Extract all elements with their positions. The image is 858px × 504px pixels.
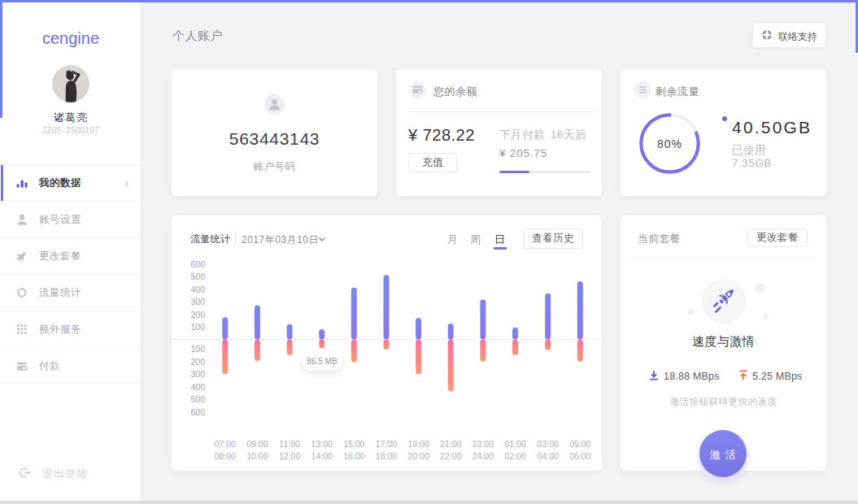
svg-text:06:00: 06:00 xyxy=(569,451,590,461)
svg-text:20:00: 20:00 xyxy=(407,451,429,461)
svg-text:22:00: 22:00 xyxy=(440,451,461,461)
svg-text:100: 100 xyxy=(190,322,205,332)
svg-text:10:00: 10:00 xyxy=(246,451,268,461)
svg-text:19:00: 19:00 xyxy=(407,439,429,449)
svg-text:500: 500 xyxy=(190,272,205,281)
svg-text:24:00: 24:00 xyxy=(473,451,494,461)
svg-text:01:00: 01:00 xyxy=(504,439,525,449)
svg-text:08:00: 08:00 xyxy=(215,451,236,461)
svg-text:02:00: 02:00 xyxy=(504,451,525,461)
svg-text:300: 300 xyxy=(190,297,205,306)
svg-text:100: 100 xyxy=(190,344,205,354)
svg-text:400: 400 xyxy=(190,382,205,392)
svg-text:200: 200 xyxy=(190,357,205,367)
svg-text:12:00: 12:00 xyxy=(279,451,300,461)
svg-text:13:00: 13:00 xyxy=(311,439,333,449)
svg-text:21:00: 21:00 xyxy=(440,439,461,449)
svg-text:03:00: 03:00 xyxy=(538,439,559,449)
svg-text:11:00: 11:00 xyxy=(279,439,300,449)
svg-text:500: 500 xyxy=(190,394,205,404)
svg-text:05:00: 05:00 xyxy=(569,439,590,449)
svg-text:04:00: 04:00 xyxy=(538,451,559,461)
svg-text:600: 600 xyxy=(190,407,205,417)
svg-text:600: 600 xyxy=(190,259,205,269)
svg-text:16:00: 16:00 xyxy=(343,451,364,461)
svg-text:07:00: 07:00 xyxy=(215,439,236,449)
svg-text:200: 200 xyxy=(190,310,205,319)
svg-text:400: 400 xyxy=(190,285,205,294)
svg-text:300: 300 xyxy=(190,369,205,379)
svg-text:18:00: 18:00 xyxy=(376,451,397,461)
svg-text:09:00: 09:00 xyxy=(246,439,268,449)
svg-text:15:00: 15:00 xyxy=(343,439,364,449)
svg-text:17:00: 17:00 xyxy=(376,439,397,449)
svg-text:14:00: 14:00 xyxy=(311,451,333,461)
svg-text:23:00: 23:00 xyxy=(473,439,494,449)
